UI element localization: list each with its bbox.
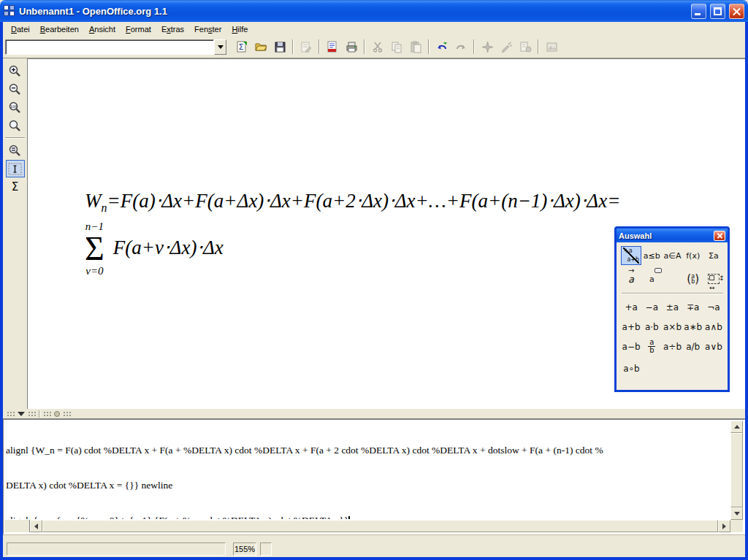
stub-icon[interactable]: [54, 411, 60, 417]
op-a-plus-b[interactable]: a+b: [621, 317, 641, 337]
menu-extras[interactable]: Extras: [156, 23, 189, 35]
window-border-left: [0, 22, 3, 560]
print-icon[interactable]: [343, 38, 360, 55]
minimize-button[interactable]: [691, 4, 706, 19]
save-icon[interactable]: [271, 38, 289, 55]
scroll-left-icon[interactable]: [30, 520, 42, 532]
cut-icon[interactable]: [369, 38, 386, 55]
open-icon[interactable]: [252, 38, 270, 55]
menu-hilfe[interactable]: Hilfe: [226, 23, 253, 35]
edit-file-icon[interactable]: [297, 38, 315, 55]
title-bar[interactable]: Unbenannt1 - OpenOffice.org 1.1: [0, 0, 748, 22]
status-message-field: [7, 542, 226, 556]
cat-misc[interactable]: a⋯: [641, 269, 662, 288]
cat-brackets[interactable]: (ab): [683, 269, 703, 288]
menu-bar: Datei Bearbeiten Ansicht Format Extras F…: [3, 22, 745, 36]
op-minus-a[interactable]: −a: [641, 297, 662, 317]
combo-dropdown-button[interactable]: [214, 39, 226, 55]
cat-formats[interactable]: ↕↔: [703, 269, 724, 288]
undo-icon[interactable]: [433, 38, 451, 55]
close-button[interactable]: [729, 4, 744, 19]
copy-icon[interactable]: [388, 38, 405, 55]
toolbar-grip[interactable]: [28, 411, 36, 416]
menu-bearbeiten[interactable]: Bearbeiten: [35, 23, 84, 35]
cat-set-operations[interactable]: a∈A: [662, 246, 682, 265]
svg-text:100: 100: [10, 104, 18, 108]
toolbar-grip[interactable]: [43, 411, 51, 416]
op-a-or-b[interactable]: a∨b: [703, 337, 724, 356]
gallery-icon[interactable]: [543, 38, 560, 55]
load-url-combo: [5, 39, 226, 55]
source-line: alignl {sum from{%ny = 0} to{n-1} {F(a +…: [6, 515, 729, 519]
cat-relations[interactable]: a≤b: [641, 246, 662, 265]
scrollbar-corner: [730, 520, 743, 532]
zoom-level-field[interactable]: 155%: [233, 542, 256, 556]
function-toolbar: Σ: [3, 36, 745, 58]
menu-ansicht[interactable]: Ansicht: [84, 23, 121, 35]
op-a-slash-b[interactable]: a/b: [683, 337, 703, 356]
redo-icon[interactable]: [452, 38, 470, 55]
horizontal-scroll-thumb[interactable]: [42, 520, 718, 532]
op-a-and-b[interactable]: a∧b: [703, 317, 724, 337]
op-plus-a[interactable]: +a: [621, 297, 641, 317]
modify-icon[interactable]: [516, 38, 534, 55]
op-a-minus-b[interactable]: a−b: [621, 337, 641, 356]
show-all-icon[interactable]: [6, 142, 25, 159]
vertical-scrollbar[interactable]: [730, 421, 743, 520]
status-gap: [3, 534, 745, 540]
cat-unary-binary-operators[interactable]: +aa+b: [621, 246, 641, 265]
command-window: alignl {W_n = F(a) cdot %DELTA x + F(a +…: [3, 419, 745, 534]
selection-palette: Auswahl +aa+b a≤b a∈A f(x) Σa a→ a⋯: [614, 226, 730, 392]
paste-icon[interactable]: [407, 38, 424, 55]
zoom-100-icon[interactable]: 100: [6, 99, 25, 116]
scroll-down-icon[interactable]: [730, 507, 743, 520]
insert-icon[interactable]: [497, 38, 515, 55]
horizontal-scrollbar[interactable]: [30, 520, 730, 532]
source-line: DELTA x) cdot %DELTA x = {}} newline: [6, 480, 729, 491]
op-minusplus-a[interactable]: ∓a: [683, 297, 703, 317]
export-pdf-icon[interactable]: [324, 38, 341, 55]
math-toolbox: 100 Σ: [3, 58, 27, 409]
op-neg-a[interactable]: ¬a: [703, 297, 724, 317]
zoom-all-icon[interactable]: [6, 117, 25, 134]
window-border-right: [745, 22, 748, 560]
status-extra-field: [260, 542, 272, 556]
formula-cursor-icon[interactable]: [6, 160, 25, 177]
formula-line-2: n−1 Σ v=0 F(a+v⋅Δx)⋅Δx: [85, 220, 620, 277]
menu-format[interactable]: Format: [121, 23, 156, 35]
cat-operators[interactable]: Σa: [703, 246, 724, 265]
op-a-circ-b[interactable]: a∘b: [621, 358, 642, 378]
cat-attributes[interactable]: a→: [621, 269, 641, 288]
toolbar-grip[interactable]: [63, 411, 71, 416]
op-a-mult-b[interactable]: a∗b: [683, 317, 703, 337]
menu-fenster[interactable]: Fenster: [189, 23, 226, 35]
palette-title-bar[interactable]: Auswahl: [617, 229, 728, 242]
op-a-times-b[interactable]: a×b: [662, 317, 682, 337]
status-bar: 155%: [3, 540, 745, 557]
op-a-over-b[interactable]: ab: [641, 337, 662, 356]
formula-source-editor[interactable]: alignl {W_n = F(a) cdot %DELTA x + F(a +…: [6, 421, 729, 519]
cat-functions[interactable]: f(x): [683, 246, 703, 265]
window-title: Unbenannt1 - OpenOffice.org 1.1: [19, 6, 687, 17]
load-url-input[interactable]: [5, 39, 214, 55]
collapse-chevron-icon[interactable]: [18, 412, 25, 416]
navigator-icon[interactable]: [478, 38, 496, 55]
new-formula-icon[interactable]: Σ: [233, 38, 251, 55]
zoom-in-icon[interactable]: [6, 62, 25, 80]
svg-text:Σ: Σ: [238, 42, 243, 52]
maximize-button[interactable]: [710, 4, 725, 19]
toolbar-grip[interactable]: [7, 411, 15, 416]
menu-datei[interactable]: Datei: [6, 23, 35, 35]
op-a-cdot-b[interactable]: a⋅b: [641, 317, 662, 337]
vertical-scroll-thumb[interactable]: [730, 433, 743, 507]
palette-close-button[interactable]: [714, 231, 725, 241]
zoom-out-icon[interactable]: [6, 80, 25, 98]
app-window: Unbenannt1 - OpenOffice.org 1.1 Datei Be…: [0, 0, 748, 560]
op-a-div-b[interactable]: a÷b: [662, 337, 682, 356]
rendered-formula: Wn=F(a)⋅Δx+F(a+Δx)⋅Δx+F(a+2⋅Δx)⋅Δx+…+F(a…: [85, 189, 620, 277]
symbols-icon[interactable]: Σ: [6, 178, 25, 196]
scroll-right-icon[interactable]: [718, 520, 730, 532]
scroll-up-icon[interactable]: [730, 421, 743, 433]
op-plusminus-a[interactable]: ±a: [662, 297, 682, 317]
scrollbar-filler: [4, 520, 30, 532]
